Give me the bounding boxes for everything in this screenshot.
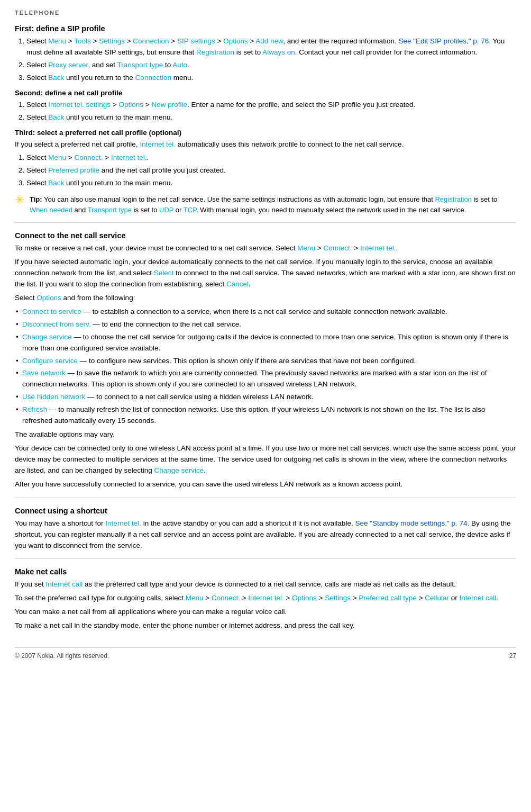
section-heading-shortcut: Connect using a shortcut: [15, 507, 516, 515]
proxy-server-link: Proxy server: [48, 61, 88, 69]
select-link: Select: [154, 269, 174, 277]
options-link-2: Options: [119, 101, 144, 109]
settings-link-2: Settings: [325, 594, 351, 602]
registration-link-tip: Registration: [435, 195, 471, 203]
connect-options-intro: Select Options and from the following:: [15, 293, 516, 304]
menu-link-1: Menu: [48, 37, 66, 45]
list-item-disconnect: Disconnect from serv. — to end the conne…: [15, 319, 516, 330]
make-calls-para1: If you set Internet call as the preferre…: [15, 579, 516, 590]
connect-options-list: Connect to service — to establish a conn…: [15, 306, 516, 427]
netcall-step-2: Select Back until you return to the main…: [26, 112, 516, 123]
internet-tel-settings-link: Internet tel. settings: [48, 101, 111, 109]
sip-step-1: Select Menu > Tools > Settings > Connect…: [26, 36, 516, 58]
disconnect-from-serv-label: Disconnect from serv.: [22, 320, 91, 328]
connect-to-service-label: Connect to service: [22, 308, 81, 315]
connect-para1: If you have selected automatic login, yo…: [15, 257, 516, 290]
udp-link: UDP: [159, 206, 173, 214]
connect-link-3: Connect.: [212, 594, 240, 602]
connection-menu-link: Connection: [135, 74, 171, 82]
internet-call-link-1: Internet call: [46, 580, 83, 588]
netcall-step-1: Select Internet tel. settings > Options …: [26, 100, 516, 111]
list-item-connect-to-service: Connect to service — to establish a conn…: [15, 306, 516, 318]
list-item-refresh: Refresh — to manually refresh the list o…: [15, 404, 516, 427]
make-calls-para2: To set the preferred call type for outgo…: [15, 593, 516, 604]
change-service-label: Change service: [22, 333, 72, 341]
standby-mode-link[interactable]: See "Standby mode settings," p. 74.: [355, 519, 469, 527]
tools-link: Tools: [74, 37, 91, 45]
auto-link: Auto: [172, 61, 187, 69]
refresh-label: Refresh: [22, 405, 47, 413]
configure-service-label: Configure service: [22, 357, 78, 365]
list-item-use-hidden: Use hidden network — to connect to a net…: [15, 392, 516, 403]
registration-link-1: Registration: [196, 48, 234, 56]
sip-steps-list: Select Menu > Tools > Settings > Connect…: [26, 36, 516, 84]
section-heading-sip: First: define a SIP profile: [15, 24, 516, 33]
internet-tel-link-3: Internet tel.: [105, 519, 141, 527]
section-divider-3: [15, 558, 516, 559]
page-footer: © 2007 Nokia. All rights reserved. 27: [15, 647, 516, 660]
netcall-steps-list: Select Internet tel. settings > Options …: [26, 100, 516, 123]
connect-para2: Your device can be connected only to one…: [15, 443, 516, 476]
connection-link: Connection: [133, 37, 169, 45]
tip-icon: ✳: [15, 194, 24, 206]
shortcut-para: You may have a shortcut for Internet tel…: [15, 518, 516, 552]
page-header: Telephone: [15, 10, 516, 16]
cancel-link: Cancel: [226, 280, 249, 288]
preferred-step-3: Select Back until you return to the main…: [26, 178, 516, 189]
section-heading-netcall: Second: define a net call profile: [15, 89, 516, 97]
copyright-text: © 2007 Nokia. All rights reserved.: [15, 652, 109, 660]
transport-type-link-2: Transport type: [88, 206, 132, 214]
tcp-link: TCP: [184, 206, 196, 214]
save-network-label: Save network: [22, 369, 66, 377]
preferred-profile-link: Preferred profile: [48, 166, 99, 174]
page-number: 27: [509, 652, 516, 660]
section-heading-connect: Connect to the net call service: [15, 231, 516, 240]
options-link-4: Options: [292, 594, 317, 602]
section-divider-2: [15, 498, 516, 498]
internet-tel-link-1: Internet tel.: [111, 154, 147, 161]
add-new-link: Add new: [255, 37, 283, 45]
list-item-save-network: Save network — to save the network to wh…: [15, 368, 516, 390]
section-heading-make-calls: Make net calls: [15, 567, 516, 576]
back-link-1: Back: [48, 74, 64, 82]
edit-sip-link[interactable]: See "Edit SIP profiles," p. 76.: [399, 37, 491, 45]
preferred-steps-list: Select Menu > Connect. > Internet tel.. …: [26, 152, 516, 189]
preferred-intro: If you select a preferred net call profi…: [15, 139, 516, 150]
make-calls-para4: To make a net call in the standby mode, …: [15, 620, 516, 631]
when-needed-link: When needed: [30, 206, 72, 214]
tip-box: ✳ Tip: You can also use manual login to …: [15, 194, 516, 215]
sip-step-3: Select Back until you return to the Conn…: [26, 73, 516, 84]
connect-link-2: Connect.: [323, 244, 352, 252]
menu-link-2: Menu: [48, 154, 66, 161]
tip-label: Tip:: [30, 195, 42, 203]
preferred-call-type-link: Preferred call type: [359, 594, 417, 602]
new-profile-link: New profile: [151, 101, 187, 109]
preferred-step-2: Select Preferred profile and the net cal…: [26, 165, 516, 176]
menu-link-4: Menu: [186, 594, 204, 602]
options-link-3: Options: [36, 294, 61, 302]
transport-type-link-1: Transport type: [117, 61, 163, 69]
tip-content: Tip: You can also use manual login to th…: [30, 194, 516, 215]
connect-para3: After you have successfully connected to…: [15, 479, 516, 490]
section-heading-preferred: Third: select a preferred net call profi…: [15, 129, 516, 137]
make-calls-para3: You can make a net call from all applica…: [15, 607, 516, 618]
internet-call-link-2: Internet call: [460, 594, 497, 602]
internet-tel-inline: Internet tel.: [140, 140, 176, 148]
internet-tel-link-2: Internet tel.: [360, 244, 396, 252]
always-on-link: Always on: [262, 48, 295, 56]
sip-step-2: Select Proxy server, and set Transport t…: [26, 60, 516, 71]
options-vary-note: The available options may vary.: [15, 429, 516, 440]
back-link-3: Back: [48, 179, 64, 187]
page-container: Telephone First: define a SIP profile Se…: [0, 0, 531, 674]
menu-link-3: Menu: [297, 244, 315, 252]
cellular-link: Cellular: [425, 594, 449, 602]
change-service-inline: Change service: [154, 466, 204, 474]
connect-link-1: Connect.: [74, 154, 103, 161]
sip-settings-link: SIP settings: [177, 37, 215, 45]
settings-link: Settings: [99, 37, 125, 45]
connect-intro: To make or receive a net call, your devi…: [15, 243, 516, 254]
preferred-step-1: Select Menu > Connect. > Internet tel..: [26, 152, 516, 164]
list-item-configure-service: Configure service — to configure new ser…: [15, 356, 516, 367]
internet-tel-link-4: Internet tel.: [248, 594, 284, 602]
use-hidden-network-label: Use hidden network: [22, 393, 85, 401]
